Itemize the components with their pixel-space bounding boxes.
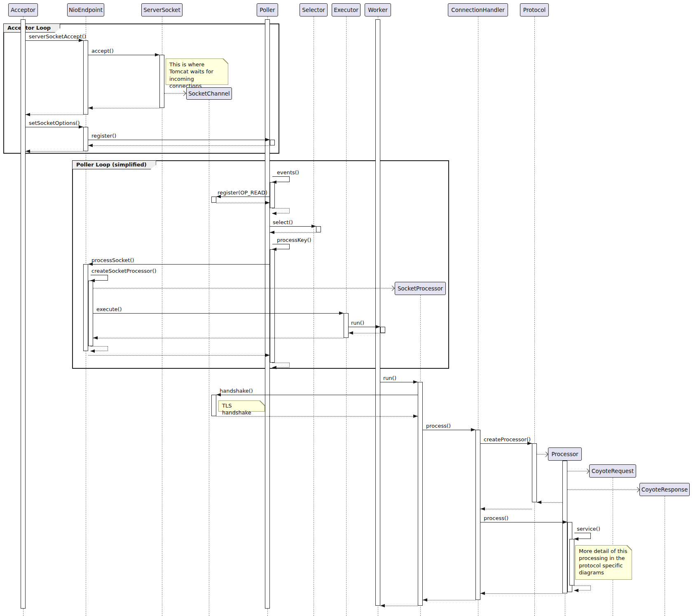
activation-socketprocessor bbox=[418, 382, 423, 606]
participant-name: ConnectionHandler bbox=[451, 7, 505, 13]
participant-name: CoyoteResponse bbox=[641, 486, 688, 493]
arrow-return-poller bbox=[88, 145, 270, 146]
selfcall-service bbox=[574, 533, 591, 539]
arrow-run-worker bbox=[349, 327, 380, 327]
arrowhead-icon bbox=[26, 150, 30, 153]
arrowhead-icon bbox=[563, 520, 567, 524]
participant-worker: Worker bbox=[365, 3, 391, 16]
participant-name: CoyoteRequest bbox=[592, 468, 634, 474]
message-label: processKey() bbox=[277, 237, 311, 243]
arrowhead-icon bbox=[272, 212, 276, 215]
arrowhead-icon bbox=[423, 598, 427, 602]
arrow-select bbox=[270, 226, 316, 227]
participant-name: Executor bbox=[334, 7, 358, 13]
arrowhead-icon bbox=[376, 325, 380, 328]
note-more-detail: More detail of this processing in the pr… bbox=[575, 545, 632, 580]
arrowhead-icon bbox=[380, 604, 385, 607]
arrow-return-nioendpoint bbox=[26, 115, 83, 115]
activation-nioendpoint-setsocketoptions bbox=[83, 127, 88, 151]
message-label: execute() bbox=[96, 306, 122, 312]
arrow-return-processor2 bbox=[480, 593, 562, 594]
arrowhead-icon bbox=[90, 349, 95, 353]
participant-coyoterequest: CoyoteRequest bbox=[589, 464, 636, 478]
note-tls-handshake: TLS handshake bbox=[218, 401, 265, 412]
message-label: createSocketProcessor() bbox=[91, 268, 157, 274]
arrow-return-protocol bbox=[480, 509, 532, 509]
lifeline-protocol bbox=[534, 16, 535, 616]
activation-worker-run bbox=[380, 327, 385, 333]
arrowhead-icon bbox=[270, 231, 274, 234]
open-arrowhead-icon bbox=[584, 469, 590, 474]
activation-selector bbox=[316, 226, 321, 232]
arrow-return-processor bbox=[537, 502, 562, 503]
arrowhead-icon bbox=[480, 507, 485, 511]
activation-nioendpoint-createsocketprocessor bbox=[88, 281, 93, 346]
arrowhead-icon bbox=[471, 428, 475, 431]
sequence-diagram: Acceptor Loop Poller Loop (simplified) s… bbox=[0, 0, 693, 616]
activation-socketchannel-handshake bbox=[211, 395, 216, 416]
arrowhead-icon bbox=[349, 331, 353, 335]
message-label: register(OP_READ) bbox=[218, 190, 267, 196]
participant-acceptor: Acceptor bbox=[8, 3, 38, 16]
participant-name: Acceptor bbox=[11, 7, 35, 13]
participant-connectionhandler: ConnectionHandler bbox=[448, 3, 508, 16]
arrowhead-icon bbox=[93, 336, 98, 340]
activation-poller-events bbox=[270, 182, 275, 208]
arrow-register bbox=[88, 140, 270, 140]
arrowhead-icon bbox=[537, 501, 541, 504]
participant-processor: Processor bbox=[548, 447, 582, 461]
arrow-handshake bbox=[216, 395, 418, 395]
note-fold-icon bbox=[260, 401, 265, 406]
arrow-run-socketprocessor bbox=[380, 382, 418, 382]
message-label: run() bbox=[351, 320, 364, 326]
arrow-create-socketprocessor bbox=[93, 288, 393, 288]
arrowhead-icon bbox=[90, 279, 95, 282]
selfreturn-poller-processkey bbox=[272, 363, 290, 368]
lifeline-coyoteresponse bbox=[665, 496, 665, 616]
message-label: processSocket() bbox=[91, 257, 134, 263]
message-label: service() bbox=[577, 526, 600, 532]
arrow-create-processor bbox=[537, 454, 547, 454]
arrowhead-icon bbox=[26, 113, 30, 116]
selfreturn-service bbox=[574, 586, 591, 590]
message-label: createProcessor() bbox=[484, 436, 531, 443]
selfcall-createsocketprocessor bbox=[91, 275, 108, 281]
participant-name: NioEndpoint bbox=[69, 7, 103, 13]
note-text: More detail of this processing in the pr… bbox=[579, 548, 627, 576]
arrowhead-icon bbox=[339, 312, 344, 315]
selfcall-processkey bbox=[272, 244, 290, 249]
arrow-process bbox=[423, 430, 475, 430]
participant-protocol: Protocol bbox=[520, 3, 549, 16]
activation-processor-main bbox=[562, 461, 567, 593]
arrowhead-icon bbox=[265, 201, 270, 204]
activation-poller-register bbox=[270, 140, 275, 145]
arrow-return-selector bbox=[270, 232, 316, 233]
activation-protocol bbox=[532, 443, 537, 502]
arrow-return-nioendpoint2 bbox=[26, 151, 83, 152]
arrowhead-icon bbox=[265, 354, 270, 357]
activation-socketchannel-register bbox=[211, 197, 216, 203]
arrow-return-serversocket bbox=[88, 108, 159, 108]
participant-name: Worker bbox=[368, 7, 388, 13]
arrow-create-socketchannel bbox=[164, 93, 185, 94]
participant-selector: Selector bbox=[300, 3, 328, 16]
arrow-return-executor bbox=[93, 338, 344, 338]
participant-coyoteresponse: CoyoteResponse bbox=[639, 483, 690, 496]
arrowhead-icon bbox=[574, 589, 578, 592]
participant-name: Processor bbox=[551, 451, 578, 457]
message-label: process() bbox=[484, 515, 508, 521]
arrow-return-worker bbox=[349, 333, 385, 333]
frame-poller-loop-label: Poller Loop (simplified) bbox=[72, 160, 156, 169]
arrowhead-icon bbox=[265, 138, 270, 141]
activation-serversocket bbox=[159, 55, 164, 108]
selfreturn-nioendpoint bbox=[91, 346, 108, 351]
arrow-return-socketprocessor bbox=[380, 606, 418, 606]
activation-connectionhandler bbox=[475, 430, 480, 600]
selfreturn-poller-events bbox=[272, 208, 290, 213]
note-tomcat-waits: This is where Tomcat waits for incoming … bbox=[166, 59, 228, 85]
activation-nioendpoint-accept bbox=[83, 40, 88, 115]
arrowhead-icon bbox=[272, 366, 276, 369]
open-arrowhead-icon bbox=[543, 452, 548, 457]
arrow-create-coyoterequest bbox=[567, 471, 588, 471]
message-label: handshake() bbox=[220, 388, 253, 394]
